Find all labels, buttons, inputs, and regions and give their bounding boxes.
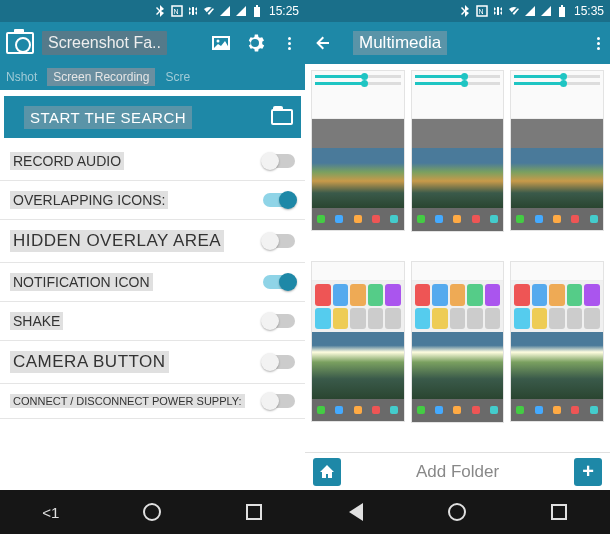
thumbnail[interactable] xyxy=(510,261,604,422)
thumbnail[interactable] xyxy=(510,70,604,231)
toggle-power-supply[interactable] xyxy=(263,394,295,408)
row-hidden-overlay[interactable]: HIDDEN OVERLAY AREA xyxy=(0,220,305,263)
folder-icon[interactable] xyxy=(271,109,293,125)
vibrate-icon xyxy=(492,5,504,17)
home-button[interactable] xyxy=(313,458,341,486)
nav-home-button[interactable] xyxy=(443,498,471,526)
battery-icon xyxy=(556,5,568,17)
gallery-grid xyxy=(305,64,610,452)
svg-point-6 xyxy=(217,40,220,43)
tab-screen-recording[interactable]: Screen Recording xyxy=(47,68,155,86)
bottom-action-bar: Add Folder + xyxy=(305,452,610,490)
settings-list: RECORD AUDIO OVERLAPPING ICONS: HIDDEN O… xyxy=(0,142,305,490)
signal-icon xyxy=(219,6,231,16)
nfc-icon: N xyxy=(171,5,183,17)
svg-rect-10 xyxy=(559,7,565,17)
gear-icon[interactable] xyxy=(245,33,265,53)
wifi-off-icon xyxy=(508,5,520,17)
plus-button[interactable]: + xyxy=(574,458,602,486)
nav-home-button[interactable] xyxy=(138,498,166,526)
search-bar[interactable]: START THE SEARCH xyxy=(4,96,301,138)
signal-icon xyxy=(540,6,552,16)
thumbnail[interactable] xyxy=(411,70,505,232)
page-title: Multimedia xyxy=(353,31,447,55)
signal-icon xyxy=(235,6,247,16)
svg-rect-11 xyxy=(561,5,563,7)
row-shake[interactable]: SHAKE xyxy=(0,302,305,341)
toggle-hidden-overlay[interactable] xyxy=(263,234,295,248)
app-bar-right: Multimedia xyxy=(305,22,610,64)
thumbnail[interactable] xyxy=(311,261,405,422)
svg-rect-3 xyxy=(254,7,260,17)
tab-prev[interactable]: Nshot xyxy=(6,70,37,84)
status-bar-left: N 15:25 xyxy=(0,0,305,22)
toggle-notification-icon[interactable] xyxy=(263,275,295,289)
bluetooth-icon xyxy=(155,5,167,17)
back-arrow-icon[interactable] xyxy=(315,34,333,52)
toggle-camera-button[interactable] xyxy=(263,355,295,369)
thumbnail[interactable] xyxy=(411,261,505,423)
toggle-record-audio[interactable] xyxy=(263,154,295,168)
image-icon[interactable] xyxy=(211,33,231,53)
status-time: 15:25 xyxy=(269,4,299,18)
nfc-icon: N xyxy=(476,5,488,17)
vibrate-icon xyxy=(187,5,199,17)
toggle-overlapping-icons[interactable] xyxy=(263,193,295,207)
row-power-supply[interactable]: CONNECT / DISCONNECT POWER SUPPLY: xyxy=(0,384,305,419)
battery-icon xyxy=(251,5,263,17)
row-camera-button[interactable]: CAMERA BUTTON xyxy=(0,341,305,384)
svg-text:N: N xyxy=(478,8,483,15)
add-folder-button[interactable]: Add Folder xyxy=(341,462,574,482)
bluetooth-icon xyxy=(460,5,472,17)
system-nav-bar: <1 xyxy=(0,490,610,534)
toggle-shake[interactable] xyxy=(263,314,295,328)
wifi-off-icon xyxy=(203,5,215,17)
nav-recent-button[interactable] xyxy=(545,498,573,526)
row-overlapping-icons[interactable]: OVERLAPPING ICONS: xyxy=(0,181,305,220)
status-time: 15:35 xyxy=(574,4,604,18)
row-notification-icon[interactable]: NOTIFICATION ICON xyxy=(0,263,305,302)
nav-back-button[interactable] xyxy=(342,498,370,526)
more-icon[interactable] xyxy=(279,33,299,53)
status-bar-right: N 15:35 xyxy=(305,0,610,22)
app-title: Screenshot Fa.. xyxy=(42,31,167,55)
svg-rect-4 xyxy=(256,5,258,7)
left-screenshot-pane: N 15:25 Screenshot Fa.. Nshot Screen Rec… xyxy=(0,0,305,490)
nav-recent-button[interactable] xyxy=(240,498,268,526)
search-label: START THE SEARCH xyxy=(24,106,192,129)
right-multimedia-pane: N 15:35 Multimedia xyxy=(305,0,610,490)
app-bar-left: Screenshot Fa.. xyxy=(0,22,305,64)
tabs-row: Nshot Screen Recording Scre xyxy=(0,64,305,90)
thumbnail[interactable] xyxy=(311,70,405,231)
nav-back-button[interactable]: <1 xyxy=(37,498,65,526)
row-record-audio[interactable]: RECORD AUDIO xyxy=(0,142,305,181)
more-icon[interactable] xyxy=(597,37,600,50)
signal-icon xyxy=(524,6,536,16)
camera-icon xyxy=(6,32,34,54)
tab-next[interactable]: Scre xyxy=(165,70,190,84)
svg-text:N: N xyxy=(173,8,178,15)
